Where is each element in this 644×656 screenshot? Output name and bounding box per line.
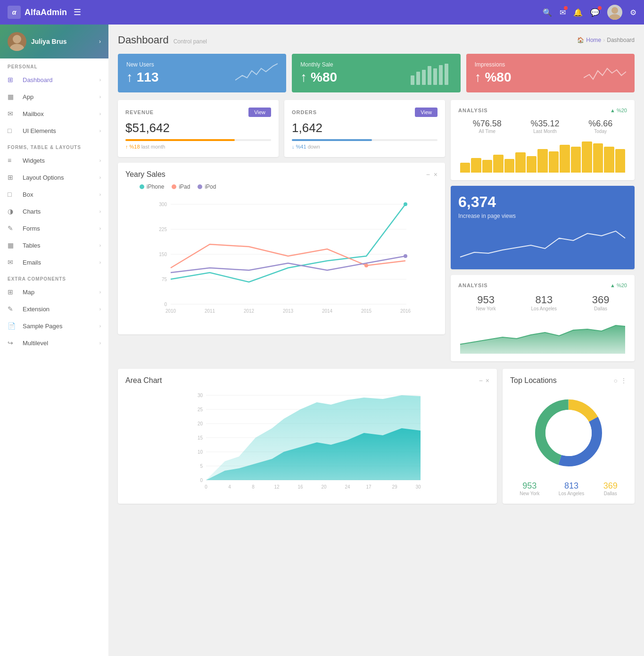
bell-icon[interactable]: 🔔 <box>573 8 583 17</box>
svg-rect-9 <box>439 65 443 85</box>
svg-text:2015: 2015 <box>361 308 372 314</box>
legend-label: Dallas <box>603 491 618 496</box>
left-column: REVENUE View $51,642 ↑ %18 last month OR… <box>118 100 445 361</box>
sidebar-item-widgets[interactable]: ≡ Widgets › <box>0 152 108 169</box>
legend-ipod: iPod <box>198 183 216 190</box>
svg-text:75: 75 <box>162 277 167 282</box>
avatar[interactable] <box>607 5 622 20</box>
svg-rect-6 <box>422 70 426 85</box>
svg-rect-4 <box>411 75 414 85</box>
svg-point-2 <box>13 35 21 43</box>
breadcrumb-home[interactable]: Home <box>586 37 601 43</box>
sidebar-item-app[interactable]: ▦ App › <box>0 88 108 105</box>
page-views-value: 6,374 <box>458 193 627 211</box>
chevron-right-icon: › <box>99 340 101 346</box>
chevron-right-icon: › <box>99 209 101 214</box>
chat-icon[interactable]: 💬 <box>590 8 600 17</box>
chevron-right-icon: › <box>99 111 101 116</box>
svg-text:8: 8 <box>252 484 255 490</box>
chevron-right-icon: › <box>99 94 101 100</box>
chart-legend: iPhone iPad iPod <box>140 183 438 190</box>
orders-label: ORDERS View <box>292 108 438 117</box>
page-title: Dashboard <box>118 34 169 46</box>
stat-value: 953 <box>476 294 495 306</box>
right-column: ANALYSIS ▲ %20 %76.58 All Time %35.12 La… <box>451 100 635 361</box>
svg-text:20: 20 <box>321 484 327 490</box>
sidebar-label: Forms <box>23 225 40 232</box>
analysis2-header: ANALYSIS ▲ %20 <box>458 282 627 288</box>
sidebar-item-emails[interactable]: ✉ Emails › <box>0 254 108 271</box>
chart-title: Yeary Sales <box>125 170 165 179</box>
box-icon: □ <box>8 191 18 198</box>
stat-cards: New Users ↑ 113 Monthly Sale ↑ %80 <box>118 54 635 92</box>
area-chart: 30 25 20 15 10 5 0 0 4 8 12 16 20 24 17 <box>125 390 489 494</box>
donut-chart-container <box>510 390 627 475</box>
revenue-value: $51,642 <box>125 121 271 135</box>
close-icon[interactable]: × <box>434 171 438 178</box>
sidebar-item-sample-pages[interactable]: 📄 Sample Pages › <box>0 317 108 334</box>
metric-cards: REVENUE View $51,642 ↑ %18 last month OR… <box>118 100 445 157</box>
svg-text:0: 0 <box>200 478 203 483</box>
orders-view-button[interactable]: View <box>415 108 438 117</box>
svg-text:30: 30 <box>415 484 421 490</box>
analysis2-badge: ▲ %20 <box>610 282 627 288</box>
chevron-right-icon: › <box>99 243 101 248</box>
page-title-area: Dashboard Control panel <box>118 34 207 46</box>
analysis1-badge: ▲ %20 <box>610 108 627 113</box>
sidebar-item-layout-options[interactable]: ⊞ Layout Options › <box>0 169 108 186</box>
sidebar-item-tables[interactable]: ▦ Tables › <box>0 237 108 254</box>
sidebar-item-map[interactable]: ⊞ Map › <box>0 283 108 300</box>
analysis2-chart <box>458 316 627 354</box>
page-views-chart <box>458 224 627 262</box>
svg-text:16: 16 <box>297 484 303 490</box>
minimize-icon[interactable]: − <box>426 171 430 178</box>
dashboard-icon: ⊞ <box>8 76 18 83</box>
svg-text:12: 12 <box>274 484 280 490</box>
sidebar-label: Widgets <box>23 157 45 164</box>
sidebar-item-extension[interactable]: ✎ Extension › <box>0 300 108 317</box>
settings-icon[interactable]: ⚙ <box>630 8 636 17</box>
analysis1-card: ANALYSIS ▲ %20 %76.58 All Time %35.12 La… <box>451 100 635 180</box>
sidebar-item-multilevel[interactable]: ↪ Multilevel › <box>0 334 108 351</box>
svg-text:15: 15 <box>198 435 203 440</box>
sidebar-item-box[interactable]: □ Box › <box>0 186 108 203</box>
sidebar-item-charts[interactable]: ◑ Charts › <box>0 203 108 220</box>
analysis2-stat-ny: 953 New York <box>476 294 495 311</box>
hamburger-button[interactable]: ☰ <box>74 7 81 17</box>
sidebar-user[interactable]: Juliya Brus › <box>0 25 108 58</box>
sidebar-item-forms[interactable]: ✎ Forms › <box>0 220 108 237</box>
revenue-card: REVENUE View $51,642 ↑ %18 last month <box>118 100 279 157</box>
layout-icon: ⊞ <box>8 174 18 181</box>
chevron-right-icon: › <box>99 192 101 197</box>
charts-icon: ◑ <box>8 208 18 215</box>
revenue-view-button[interactable]: View <box>248 108 271 117</box>
minimize-icon[interactable]: − <box>479 377 483 384</box>
svg-text:24: 24 <box>345 484 350 490</box>
top-locations-card: Top Locations ○ ⋮ <box>503 369 635 504</box>
sidebar-item-mailbox[interactable]: ✉ Mailbox › <box>0 105 108 122</box>
orders-card: ORDERS View 1,642 ↓ %41 down <box>284 100 445 157</box>
svg-text:2012: 2012 <box>244 308 255 314</box>
search-icon[interactable]: 🔍 <box>543 8 552 17</box>
close-icon[interactable]: × <box>486 377 489 384</box>
analysis1-title: ANALYSIS <box>458 108 488 113</box>
mail-icon[interactable]: ✉ <box>560 8 566 17</box>
more-icon[interactable]: ⋮ <box>620 377 627 384</box>
svg-text:300: 300 <box>159 202 167 207</box>
sidebar-chevron-icon: › <box>99 38 101 45</box>
analysis2-title: ANALYSIS <box>458 282 488 288</box>
revenue-sub: ↑ %18 last month <box>125 144 271 149</box>
donut-chart <box>531 395 606 471</box>
chevron-right-icon: › <box>99 158 101 163</box>
sidebar-item-dashboard[interactable]: ⊞ Dashboard › <box>0 71 108 88</box>
sidebar-label: Layout Options <box>23 174 64 181</box>
sidebar-label: Extension <box>23 306 50 313</box>
chevron-right-icon: › <box>99 128 101 133</box>
chevron-right-icon: › <box>99 175 101 180</box>
stat-label: Last Month <box>530 129 559 134</box>
area-chart-actions: − × <box>479 377 489 384</box>
svg-text:17: 17 <box>366 484 372 490</box>
circle-icon[interactable]: ○ <box>614 377 618 384</box>
sidebar-item-ui-elements[interactable]: □ UI Elements › <box>0 122 108 139</box>
stat-label: Today <box>588 129 612 134</box>
